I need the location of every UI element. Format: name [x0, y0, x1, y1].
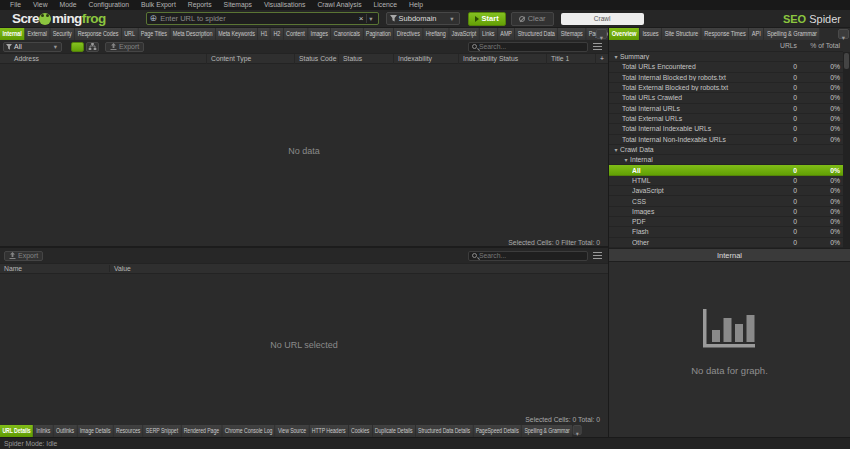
menu-bulk-export[interactable]: Bulk Export [135, 0, 182, 10]
tab-internal[interactable]: Internal [0, 28, 24, 40]
column-indexability-status[interactable]: Indexability Status [459, 54, 547, 64]
collapse-icon[interactable]: ▾ [612, 146, 620, 153]
tab-meta-description[interactable]: Meta Description [170, 28, 215, 40]
menu-sitemaps[interactable]: Sitemaps [218, 0, 258, 10]
tab-image-details[interactable]: Image Details [77, 425, 113, 437]
menu-file[interactable]: File [4, 0, 27, 10]
tab-content[interactable]: Content [284, 28, 308, 40]
tab-external[interactable]: External [25, 28, 49, 40]
column-config-icon[interactable] [593, 252, 602, 259]
tree-group-internal[interactable]: ▾ Internal [609, 155, 843, 165]
tab-overflow-button[interactable]: ▾ [838, 29, 849, 39]
tree-row[interactable]: CSS 0 0% [609, 196, 843, 206]
sidebar-scrollbar[interactable] [843, 52, 850, 248]
tree-group-summary[interactable]: ▾ Summary [609, 52, 843, 62]
url-history-dropdown-icon[interactable]: ▾ [367, 15, 374, 23]
menu-configuration[interactable]: Configuration [83, 0, 135, 10]
menu-crawl-analysis[interactable]: Crawl Analysis [311, 0, 367, 10]
tab-api[interactable]: API [749, 28, 763, 40]
tab-images[interactable]: Images [308, 28, 330, 40]
tab-security[interactable]: Security [50, 28, 74, 40]
tab-overflow-button[interactable]: ▾ [596, 29, 607, 39]
tree-view-toggle[interactable] [86, 42, 99, 52]
details-export-button[interactable]: Export [4, 251, 43, 261]
tab-http-headers[interactable]: HTTP Headers [309, 425, 347, 437]
column-value[interactable]: Value [110, 265, 608, 272]
tab-response-codes[interactable]: Response Codes [75, 28, 121, 40]
tab-hreflang[interactable]: Hreflang [423, 28, 448, 40]
tree-row[interactable]: HTML 0 0% [609, 176, 843, 186]
tab-sitemaps[interactable]: Sitemaps [558, 28, 585, 40]
column-title-1[interactable]: Title 1 [547, 54, 596, 64]
column-content-type[interactable]: Content Type [207, 54, 295, 64]
tree-row-all-selected[interactable]: All 0 0% [609, 165, 843, 175]
menu-mode[interactable]: Mode [54, 0, 83, 10]
export-button[interactable]: Export [105, 42, 144, 52]
tree-row[interactable]: Total Internal URLs 0 0% [609, 104, 843, 114]
tab-rendered-page[interactable]: Rendered Page [181, 425, 221, 437]
tab-page-titles[interactable]: Page Titles [138, 28, 169, 40]
tree-row[interactable]: Images 0 0% [609, 207, 843, 217]
add-column-button[interactable]: + [596, 54, 608, 64]
url-input[interactable] [160, 14, 356, 23]
tab-response-times[interactable]: Response Times [702, 28, 749, 40]
scrollbar-thumb[interactable] [844, 53, 849, 69]
details-search-input[interactable] [479, 252, 584, 259]
tab-url[interactable]: URL [122, 28, 138, 40]
tree-row[interactable]: Total External Blocked by robots.txt 0 0… [609, 83, 843, 93]
tab-canonicals[interactable]: Canonicals [331, 28, 362, 40]
tab-structured-data[interactable]: Structured Data [515, 28, 557, 40]
tree-row[interactable]: Total Internal Non-Indexable URLs 0 0% [609, 135, 843, 145]
tab-site-structure[interactable]: Site Structure [662, 28, 701, 40]
tab-amp[interactable]: AMP [498, 28, 515, 40]
collapse-icon[interactable]: ▾ [622, 156, 630, 163]
tab-directives[interactable]: Directives [394, 28, 422, 40]
start-button[interactable]: Start [468, 12, 506, 26]
tab-cookies[interactable]: Cookies [349, 425, 372, 437]
menu-help[interactable]: Help [403, 0, 429, 10]
tab-url-details[interactable]: URL Details [0, 425, 33, 437]
tab-overflow-button[interactable]: ▾ [573, 425, 582, 435]
column-indexability[interactable]: Indexability [394, 54, 459, 64]
tab-overview[interactable]: Overview [609, 28, 639, 40]
tab-structured-data-details[interactable]: Structured Data Details [416, 425, 473, 437]
tab-inlinks[interactable]: Inlinks [34, 425, 53, 437]
column-address[interactable]: Address [0, 54, 207, 64]
tab-serp-snippet[interactable]: SERP Snippet [143, 425, 180, 437]
crawl-scope-select[interactable]: Subdomain ▾ [386, 12, 460, 25]
tab-h1[interactable]: H1 [258, 28, 270, 40]
tab-issues[interactable]: Issues [640, 28, 661, 40]
column-status[interactable]: Status [339, 54, 394, 64]
url-clear-icon[interactable]: × [356, 14, 368, 23]
tab-pagespeed-details[interactable]: PageSpeed Details [473, 425, 521, 437]
tab-javascript[interactable]: JavaScript [449, 28, 479, 40]
column-config-icon[interactable] [593, 43, 602, 50]
list-view-toggle[interactable] [71, 42, 84, 52]
column-status-code[interactable]: Status Code [295, 54, 339, 64]
tab-chrome-console-log[interactable]: Chrome Console Log [222, 425, 275, 437]
tab-pagination[interactable]: Pagination [363, 28, 393, 40]
menu-licence[interactable]: Licence [368, 0, 403, 10]
tab-meta-keywords[interactable]: Meta Keywords [216, 28, 258, 40]
tree-row[interactable]: Total Internal Indexable URLs 0 0% [609, 124, 843, 134]
menu-view[interactable]: View [27, 0, 54, 10]
tab-spelling-grammar-details[interactable]: Spelling & Grammar [522, 425, 572, 437]
clear-button[interactable]: Clear [511, 12, 554, 26]
tree-row[interactable]: Total External URLs 0 0% [609, 114, 843, 124]
tab-h2[interactable]: H2 [271, 28, 283, 40]
tree-row[interactable]: Other 0 0% [609, 238, 843, 248]
tree-row[interactable]: Total Internal Blocked by robots.txt 0 0… [609, 73, 843, 83]
tree-row[interactable]: PDF 0 0% [609, 217, 843, 227]
tree-group-crawl-data[interactable]: ▾ Crawl Data [609, 145, 843, 155]
tab-spelling-grammar[interactable]: Spelling & Grammar [764, 28, 819, 40]
tab-links[interactable]: Links [480, 28, 497, 40]
tree-row[interactable]: Total URLs Crawled 0 0% [609, 93, 843, 103]
tree-row[interactable]: JavaScript 0 0% [609, 186, 843, 196]
tab-duplicate-details[interactable]: Duplicate Details [372, 425, 414, 437]
tab-resources[interactable]: Resources [114, 425, 143, 437]
filter-select[interactable]: All ▾ [3, 42, 62, 52]
tree-row[interactable]: Total URLs Encountered 0 0% [609, 62, 843, 72]
menu-reports[interactable]: Reports [182, 0, 218, 10]
tab-view-source[interactable]: View Source [276, 425, 309, 437]
column-name[interactable]: Name [0, 265, 110, 272]
